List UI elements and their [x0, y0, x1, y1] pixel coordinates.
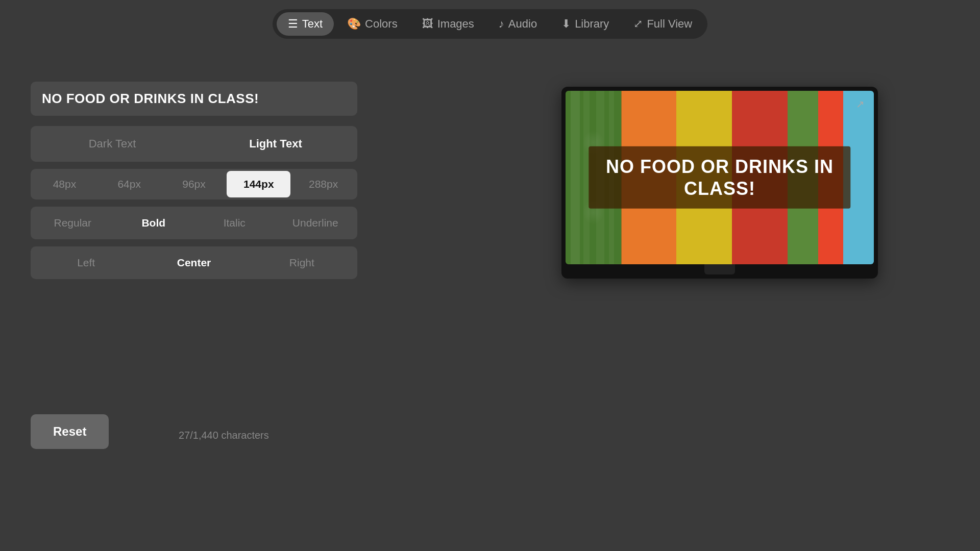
- preview-text: NO FOOD OR DRINKS IN CLASS!: [601, 156, 838, 199]
- style-italic[interactable]: Italic: [194, 209, 275, 237]
- font-style-row: Regular Bold Italic Underline: [31, 207, 357, 239]
- preview-text-overlay: NO FOOD OR DRINKS IN CLASS!: [589, 146, 850, 209]
- text-input[interactable]: [42, 91, 346, 107]
- nav-pill: ☰ Text 🎨 Colors 🖼 Images ♪ Audio ⬇ Libra…: [273, 9, 707, 39]
- svg-rect-1: [571, 91, 580, 264]
- tab-text[interactable]: ☰ Text: [277, 12, 334, 36]
- tab-images-label: Images: [437, 17, 474, 31]
- reset-button[interactable]: Reset: [31, 414, 109, 449]
- tab-colors[interactable]: 🎨 Colors: [336, 12, 409, 36]
- tab-audio-label: Audio: [508, 17, 537, 31]
- images-icon: 🖼: [422, 17, 433, 31]
- tab-fullview[interactable]: ⤢ Full View: [622, 12, 703, 36]
- style-regular[interactable]: Regular: [33, 209, 113, 237]
- text-align-row: Left Center Right: [31, 246, 357, 279]
- text-icon: ☰: [288, 17, 298, 31]
- size-64[interactable]: 64px: [97, 171, 161, 197]
- align-right[interactable]: Right: [249, 248, 355, 277]
- align-left[interactable]: Left: [33, 248, 139, 277]
- size-48[interactable]: 48px: [33, 171, 96, 197]
- dark-text-option[interactable]: Dark Text: [33, 128, 192, 160]
- light-text-option[interactable]: Light Text: [196, 128, 355, 160]
- tab-audio[interactable]: ♪ Audio: [487, 12, 548, 36]
- tab-text-label: Text: [302, 17, 323, 31]
- tab-library[interactable]: ⬇ Library: [550, 12, 620, 36]
- audio-icon: ♪: [499, 17, 504, 31]
- tab-colors-label: Colors: [365, 17, 398, 31]
- fullview-icon: ⤢: [633, 17, 643, 31]
- text-color-row: Dark Text Light Text: [31, 126, 357, 162]
- align-center[interactable]: Center: [140, 248, 247, 277]
- size-288[interactable]: 288px: [291, 171, 355, 197]
- style-bold[interactable]: Bold: [114, 209, 194, 237]
- monitor-screen: NO FOOD OR DRINKS IN CLASS! ↗: [566, 91, 874, 264]
- tab-fullview-label: Full View: [647, 17, 692, 31]
- size-96[interactable]: 96px: [162, 171, 226, 197]
- style-underline[interactable]: Underline: [276, 209, 356, 237]
- font-size-row: 48px 64px 96px 144px 288px: [31, 169, 357, 199]
- tab-images[interactable]: 🖼 Images: [411, 12, 485, 36]
- text-editor-panel: Dark Text Light Text 48px 64px 96px 144p…: [31, 82, 357, 286]
- character-count: 27/1,440 characters: [179, 430, 269, 441]
- top-navigation: ☰ Text 🎨 Colors 🖼 Images ♪ Audio ⬇ Libra…: [0, 0, 980, 39]
- size-144[interactable]: 144px: [227, 171, 290, 197]
- monitor-frame: NO FOOD OR DRINKS IN CLASS! ↗: [561, 87, 878, 279]
- text-input-container: [31, 82, 357, 116]
- colors-icon: 🎨: [347, 17, 361, 31]
- monitor-stand: [704, 264, 735, 274]
- library-icon: ⬇: [561, 17, 571, 31]
- preview-container: NO FOOD OR DRINKS IN CLASS! ↗: [561, 87, 878, 279]
- tab-library-label: Library: [575, 17, 609, 31]
- cursor-icon: ↗: [856, 98, 865, 110]
